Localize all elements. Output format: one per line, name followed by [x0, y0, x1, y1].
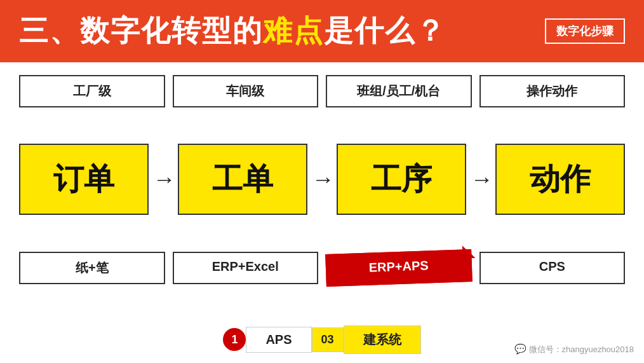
- circle-number: 1: [223, 328, 246, 351]
- label-factory: 工厂级: [19, 75, 165, 107]
- box-work-order: 工单: [178, 144, 307, 215]
- watermark: 💬 微信号：zhangyuezhou2018: [514, 343, 634, 355]
- box-process: 工序: [337, 144, 466, 215]
- label-shift: 班组/员工/机台: [326, 75, 472, 107]
- label-workshop: 车间级: [173, 75, 319, 107]
- arrow-3: →: [466, 166, 498, 193]
- label-operation: 操作动作: [480, 75, 626, 107]
- title-suffix: 是什么？: [324, 14, 446, 47]
- box-action: 动作: [495, 144, 625, 215]
- main-content: 工厂级 车间级 班组/员工/机台 操作动作 订单 → 工单 → 工序 → 动作 …: [0, 62, 644, 363]
- header: 三、数字化转型的难点是什么？ 数字化步骤: [0, 0, 644, 62]
- tool-erp-excel: ERP+Excel: [173, 252, 319, 284]
- page-title: 三、数字化转型的难点是什么？: [19, 11, 446, 51]
- box-order: 订单: [19, 144, 149, 215]
- tool-erp-aps: ERP+APS: [325, 249, 472, 287]
- watermark-text: 微信号：zhangyuezhou2018: [529, 345, 634, 354]
- aps-label: APS: [246, 327, 311, 353]
- top-label-row: 工厂级 车间级 班组/员工/机台 操作动作: [19, 75, 625, 107]
- tool-paper: 纸+笔: [19, 252, 165, 284]
- yellow-row: 订单 → 工单 → 工序 → 动作: [19, 144, 625, 215]
- arrow-2: →: [307, 166, 339, 193]
- wechat-icon: 💬: [514, 343, 527, 354]
- arrow-1: →: [149, 166, 180, 193]
- title-highlight: 难点: [263, 14, 324, 47]
- num-badge: 03: [312, 327, 344, 352]
- bottom-tool-row: 纸+笔 ERP+Excel ERP+APS CPS: [19, 252, 625, 284]
- title-prefix: 三、数字化转型的: [19, 14, 263, 47]
- tool-cps: CPS: [480, 252, 626, 284]
- build-system-label: 建系统: [344, 325, 421, 354]
- badge: 数字化步骤: [545, 18, 625, 44]
